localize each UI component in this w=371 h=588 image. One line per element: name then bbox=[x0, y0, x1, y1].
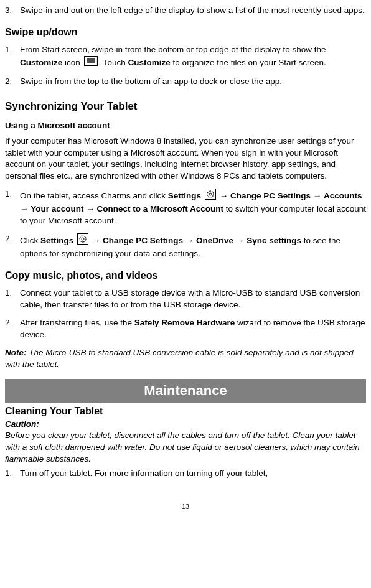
caution-body: Before you clean your tablet, disconnect… bbox=[5, 430, 366, 465]
list-number: 2. bbox=[5, 76, 20, 88]
list-text: On the tablet, access Charms and click S… bbox=[20, 189, 366, 227]
text-fragment: . Touch bbox=[99, 58, 128, 67]
heading-swipe-up-down: Swipe up/down bbox=[5, 26, 366, 39]
list-text: From Start screen, swipe-in from the bot… bbox=[20, 44, 366, 70]
list-number: 3. bbox=[5, 5, 20, 17]
list-number: 1. bbox=[5, 44, 20, 70]
svg-rect-4 bbox=[205, 189, 215, 200]
page-number: 13 bbox=[5, 502, 366, 511]
list-number: 1. bbox=[5, 189, 20, 227]
text-fragment: After transferring files, use the bbox=[20, 318, 134, 327]
list-text: After transferring files, use the Safely… bbox=[20, 317, 366, 341]
text-fragment: Click bbox=[20, 235, 40, 245]
list-item: 3. Swipe-in and out on the left edge of … bbox=[5, 5, 366, 17]
list-text: Swipe-in from the top to the bottom of a… bbox=[20, 76, 366, 88]
text-fragment bbox=[201, 191, 204, 200]
list-item: 1. Turn off your tablet. For more inform… bbox=[5, 468, 366, 480]
text-bold: Settings bbox=[168, 191, 201, 200]
caution-label: Caution: bbox=[5, 419, 366, 431]
note-paragraph: Note: The Micro-USB to standard USB conv… bbox=[5, 347, 366, 371]
text-bold: OneDrive bbox=[196, 235, 233, 245]
heading-synchronizing: Synchronizing Your Tablet bbox=[5, 99, 366, 114]
list-item: 1. Connect your tablet to a USB storage … bbox=[5, 287, 366, 311]
note-label: Note: bbox=[5, 348, 27, 357]
list-number: 2. bbox=[5, 233, 20, 260]
note-body: The Micro-USB to standard USB conversion… bbox=[5, 348, 354, 369]
list-text: Swipe-in and out on the left edge of the… bbox=[20, 5, 366, 17]
list-item: 2. Swipe-in from the top to the bottom o… bbox=[5, 76, 366, 88]
svg-point-9 bbox=[82, 238, 84, 240]
text-bold: Your account bbox=[31, 204, 83, 213]
list-number: 1. bbox=[5, 287, 20, 311]
text-fragment: to organize the tiles on your Start scre… bbox=[171, 58, 326, 67]
list-number: 2. bbox=[5, 317, 20, 341]
heading-maintenance: Maintenance bbox=[5, 379, 366, 403]
subheading-ms-account: Using a Microsoft account bbox=[5, 120, 366, 132]
text-fragment: → bbox=[217, 191, 230, 200]
text-bold: Safely Remove Hardware bbox=[134, 318, 235, 327]
svg-point-5 bbox=[207, 191, 214, 197]
heading-cleaning: Cleaning Your Tablet bbox=[5, 404, 366, 418]
list-item: 1. On the tablet, access Charms and clic… bbox=[5, 189, 366, 227]
settings-gear-icon bbox=[205, 189, 216, 203]
text-fragment: → bbox=[90, 235, 103, 245]
heading-copy-media: Copy music, photos, and videos bbox=[5, 269, 366, 282]
text-bold: Accounts bbox=[324, 191, 362, 200]
text-bold: Customize bbox=[20, 58, 62, 67]
text-fragment: From Start screen, swipe-in from the bot… bbox=[20, 45, 326, 54]
list-item: 1. From Start screen, swipe-in from the … bbox=[5, 44, 366, 70]
text-fragment: → bbox=[20, 204, 31, 213]
text-fragment bbox=[73, 235, 76, 245]
svg-point-6 bbox=[209, 193, 212, 195]
text-fragment: → bbox=[84, 204, 97, 213]
text-fragment: On the tablet, access Charms and click bbox=[20, 191, 168, 200]
list-item: 2. After transferring files, use the Saf… bbox=[5, 317, 366, 341]
list-text: Turn off your tablet. For more informati… bbox=[20, 468, 366, 480]
list-number: 1. bbox=[5, 468, 20, 480]
settings-gear-icon bbox=[77, 233, 88, 248]
svg-point-8 bbox=[80, 236, 86, 242]
paragraph-sync: If your computer has Microsoft Windows 8… bbox=[5, 136, 366, 183]
text-bold: Connect to a Microsoft Account bbox=[97, 204, 224, 213]
list-text: Click Settings → Change PC Settings → On… bbox=[20, 233, 366, 260]
text-bold: Sync settings bbox=[247, 235, 301, 245]
text-bold: Settings bbox=[40, 235, 73, 245]
text-fragment: → bbox=[183, 235, 196, 245]
list-text: Connect your tablet to a USB storage dev… bbox=[20, 287, 366, 311]
text-fragment: → bbox=[233, 235, 247, 245]
text-bold: Change PC Settings bbox=[103, 235, 183, 245]
text-bold: Customize bbox=[128, 58, 171, 67]
text-fragment: icon bbox=[62, 58, 82, 67]
text-bold: Change PC Settings bbox=[230, 191, 311, 200]
customize-icon bbox=[84, 56, 98, 70]
text-fragment: → bbox=[311, 191, 324, 200]
svg-rect-7 bbox=[78, 233, 88, 244]
list-item: 2. Click Settings → Change PC Settings →… bbox=[5, 233, 366, 260]
